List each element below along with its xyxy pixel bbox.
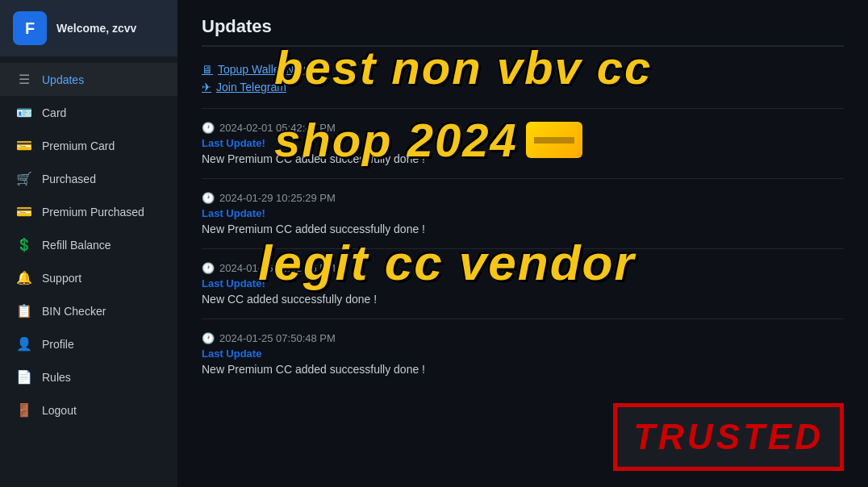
update-time-4: 🕐 2024-01-25 07:50:48 PM xyxy=(202,332,844,344)
update-item-2: 🕐 2024-01-29 10:25:29 PM Last Update! Ne… xyxy=(202,178,844,248)
sidebar-item-refill-balance[interactable]: 💲 Refill Balance xyxy=(0,228,177,261)
sidebar: F Welcome, zcvv ☰ Updates 🪪 Card 💳 Premi… xyxy=(0,0,177,487)
premium-purchased-icon: 💳 xyxy=(16,204,32,219)
sidebar-item-card-label: Card xyxy=(42,106,66,119)
main-content: Updates 🖥 Topup Wallet Now ✈ Join Telegr… xyxy=(177,0,868,487)
update-item-1: 🕐 2024-02-01 05:42:40 PM Last Update! Ne… xyxy=(202,108,844,178)
updates-icon: ☰ xyxy=(16,72,32,87)
update-label-4: Last Update xyxy=(202,348,844,360)
refill-icon: 💲 xyxy=(16,237,32,252)
sidebar-item-bin-checker-label: BIN Checker xyxy=(42,305,106,318)
card-icon: 🪪 xyxy=(16,105,32,120)
purchased-icon: 🛒 xyxy=(16,171,32,186)
update-item-4: 🕐 2024-01-25 07:50:48 PM Last Update New… xyxy=(202,318,844,389)
top-links: 🖥 Topup Wallet Now ✈ Join Telegram xyxy=(202,63,844,94)
sidebar-item-purchased-label: Purchased xyxy=(42,173,96,185)
update-text-2: New Premium CC added successfully done ! xyxy=(202,223,844,235)
update-text-4: New Premium CC added successfully done ! xyxy=(202,363,844,376)
sidebar-item-profile[interactable]: 👤 Profile xyxy=(0,327,177,360)
profile-icon: 👤 xyxy=(16,336,32,352)
sidebar-item-updates[interactable]: ☰ Updates xyxy=(0,63,177,96)
topup-icon: 🖥 xyxy=(202,63,213,76)
sidebar-item-rules[interactable]: 📄 Rules xyxy=(0,360,177,393)
sidebar-item-premium-card[interactable]: 💳 Premium Card xyxy=(0,129,177,162)
update-time-3: 🕐 2024-01-26 06:05:56 PM xyxy=(202,262,844,274)
trusted-badge: TRUSTED xyxy=(613,403,844,471)
sidebar-item-profile-label: Profile xyxy=(42,338,74,351)
bin-checker-icon: 📋 xyxy=(16,303,32,318)
app-logo: F xyxy=(13,11,47,45)
page-title: Updates xyxy=(202,16,844,47)
support-icon: 🔔 xyxy=(16,270,32,285)
sidebar-item-support[interactable]: 🔔 Support xyxy=(0,261,177,294)
update-text-3: New CC added successfully done ! xyxy=(202,293,844,306)
sidebar-item-logout-label: Logout xyxy=(42,404,77,417)
rules-icon: 📄 xyxy=(16,369,32,385)
sidebar-item-premium-purchased[interactable]: 💳 Premium Purchased xyxy=(0,195,177,228)
sidebar-item-bin-checker[interactable]: 📋 BIN Checker xyxy=(0,294,177,327)
sidebar-header: F Welcome, zcvv xyxy=(0,0,177,56)
logout-icon: 🚪 xyxy=(16,402,32,418)
update-label-2: Last Update! xyxy=(202,207,844,219)
sidebar-item-refill-label: Refill Balance xyxy=(42,239,111,252)
sidebar-item-rules-label: Rules xyxy=(42,371,71,384)
sidebar-nav: ☰ Updates 🪪 Card 💳 Premium Card 🛒 Purcha… xyxy=(0,56,177,487)
update-item-3: 🕐 2024-01-26 06:05:56 PM Last Update! Ne… xyxy=(202,248,844,318)
update-label-1: Last Update! xyxy=(202,137,844,149)
sidebar-item-premium-purchased-label: Premium Purchased xyxy=(42,206,144,219)
update-time-1: 🕐 2024-02-01 05:42:40 PM xyxy=(202,122,844,134)
join-telegram-link[interactable]: ✈ Join Telegram xyxy=(202,81,844,94)
topup-wallet-link[interactable]: 🖥 Topup Wallet Now xyxy=(202,63,844,76)
sidebar-item-updates-label: Updates xyxy=(42,73,84,86)
sidebar-item-purchased[interactable]: 🛒 Purchased xyxy=(0,162,177,195)
update-text-1: New Premium CC added successfully done ! xyxy=(202,152,844,165)
sidebar-item-support-label: Support xyxy=(42,272,81,285)
sidebar-item-premium-card-label: Premium Card xyxy=(42,139,115,152)
welcome-text: Welcome, zcvv xyxy=(56,22,136,35)
premium-card-icon: 💳 xyxy=(16,138,32,153)
update-label-3: Last Update! xyxy=(202,277,844,289)
sidebar-item-logout[interactable]: 🚪 Logout xyxy=(0,393,177,427)
telegram-icon: ✈ xyxy=(202,81,211,94)
sidebar-item-card[interactable]: 🪪 Card xyxy=(0,96,177,129)
update-time-2: 🕐 2024-01-29 10:25:29 PM xyxy=(202,192,844,204)
